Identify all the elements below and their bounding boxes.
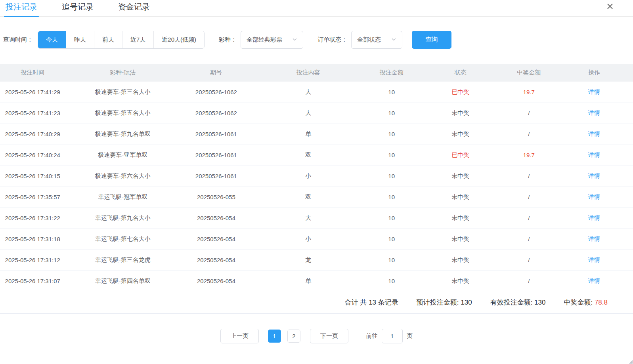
prize-cell: / [503, 229, 555, 250]
issue-cell: 20250526-054 [180, 250, 252, 271]
status-cell: 未中奖 [419, 229, 503, 250]
betting-records-table: 投注时间 彩种-玩法 期号 投注内容 投注金额 状态 中奖金额 操作 2025-… [0, 64, 633, 292]
detail-link[interactable]: 详情 [588, 277, 600, 284]
detail-link[interactable]: 详情 [588, 193, 600, 200]
prize-cell: / [503, 187, 555, 208]
detail-link[interactable]: 详情 [588, 172, 600, 179]
actions-cell: 详情 [555, 145, 633, 166]
summary-prize: 中奖金额: 78.8 [564, 298, 608, 307]
lottery-type-select[interactable]: 全部经典彩票 [241, 31, 303, 49]
header-actions: 操作 [555, 64, 633, 82]
detail-link[interactable]: 详情 [588, 235, 600, 242]
table-body: 2025-05-26 17:41:29极速赛车-第三名大小20250526-10… [0, 82, 633, 292]
actions-cell: 详情 [555, 82, 633, 103]
prev-page-button[interactable]: 上一页 [220, 329, 259, 343]
detail-link[interactable]: 详情 [588, 88, 600, 95]
table-row: 2025-05-26 17:31:07幸运飞艇-第四名单双20250526-05… [0, 271, 633, 292]
bet-amount-cell: 10 [365, 145, 419, 166]
table-row: 2025-05-26 17:31:12幸运飞艇-第三名龙虎20250526-05… [0, 250, 633, 271]
page-button-2[interactable]: 2 [287, 330, 300, 343]
bet-time-cell: 2025-05-26 17:31:18 [0, 229, 65, 250]
bet-amount-cell: 10 [365, 103, 419, 124]
game-play-cell: 极速赛车-第九名单双 [65, 124, 180, 145]
search-button[interactable]: 查询 [412, 31, 451, 49]
detail-link[interactable]: 详情 [588, 151, 600, 158]
header-game-play: 彩种-玩法 [65, 64, 180, 82]
bet-amount-cell: 10 [365, 229, 419, 250]
prize-cell: / [503, 124, 555, 145]
actions-cell: 详情 [555, 250, 633, 271]
prize-cell: / [503, 103, 555, 124]
bet-time-cell: 2025-05-26 17:40:15 [0, 166, 65, 187]
time-option-button[interactable]: 今天 [38, 31, 66, 48]
bet-content-cell: 单 [252, 124, 365, 145]
prize-cell: / [503, 271, 555, 292]
status-cell: 未中奖 [419, 166, 503, 187]
page-button-1[interactable]: 1 [268, 330, 281, 343]
bet-content-cell: 小 [252, 229, 365, 250]
table-row: 2025-05-26 17:40:15极速赛车-第六名大小20250526-10… [0, 166, 633, 187]
order-status-select[interactable]: 全部状态 [351, 31, 402, 49]
issue-cell: 20250526-1061 [180, 124, 252, 145]
bet-amount-cell: 10 [365, 187, 419, 208]
resize-grip-icon[interactable] [629, 360, 633, 364]
game-play-cell: 极速赛车-第三名大小 [65, 82, 180, 103]
game-play-cell: 极速赛车-第六名大小 [65, 166, 180, 187]
prize-cell: / [503, 166, 555, 187]
actions-cell: 详情 [555, 124, 633, 145]
pagination: 上一页 1 2 下一页 前往 页 [0, 328, 633, 343]
issue-cell: 20250526-1062 [180, 82, 252, 103]
bet-content-cell: 双 [252, 145, 365, 166]
game-play-cell: 幸运飞艇-第九名大小 [65, 208, 180, 229]
tab-fund-records[interactable]: 资金记录 [117, 0, 151, 17]
close-icon[interactable] [605, 2, 615, 11]
prize-cell: / [503, 250, 555, 271]
detail-link[interactable]: 详情 [588, 130, 600, 137]
goto-page-input[interactable] [382, 329, 403, 343]
actions-cell: 详情 [555, 229, 633, 250]
bet-content-cell: 小 [252, 166, 365, 187]
prize-cell: 19.7 [503, 82, 555, 103]
status-cell: 未中奖 [419, 208, 503, 229]
detail-link[interactable]: 详情 [588, 256, 600, 263]
issue-cell: 20250526-055 [180, 187, 252, 208]
bet-amount-cell: 10 [365, 250, 419, 271]
game-play-cell: 幸运飞艇-第三名龙虎 [65, 250, 180, 271]
time-option-button[interactable]: 昨天 [66, 31, 94, 48]
goto-label: 前往 [366, 332, 378, 340]
bet-amount-cell: 10 [365, 208, 419, 229]
issue-cell: 20250526-054 [180, 208, 252, 229]
bet-content-cell: 大 [252, 208, 365, 229]
bet-time-cell: 2025-05-26 17:40:24 [0, 145, 65, 166]
time-option-button[interactable]: 近7天 [122, 31, 153, 48]
next-page-button[interactable]: 下一页 [310, 329, 348, 343]
time-option-button[interactable]: 前天 [94, 31, 122, 48]
status-cell: 未中奖 [419, 271, 503, 292]
bet-time-cell: 2025-05-26 17:41:23 [0, 103, 65, 124]
bet-time-cell: 2025-05-26 17:41:29 [0, 82, 65, 103]
detail-link[interactable]: 详情 [588, 214, 600, 221]
query-time-label: 查询时间： [3, 36, 33, 44]
header-issue: 期号 [180, 64, 252, 82]
game-play-cell: 幸运飞艇-第四名单双 [65, 271, 180, 292]
bet-content-cell: 双 [252, 187, 365, 208]
status-cell: 未中奖 [419, 250, 503, 271]
status-cell: 已中奖 [419, 82, 503, 103]
lottery-type-value: 全部经典彩票 [247, 36, 282, 44]
bet-time-cell: 2025-05-26 17:31:07 [0, 271, 65, 292]
bet-amount-cell: 10 [365, 124, 419, 145]
order-status-label: 订单状态： [317, 36, 347, 44]
filter-bar: 查询时间： 今天昨天前天近7天近20天(低频) 彩种： 全部经典彩票 订单状态：… [0, 31, 633, 49]
bet-content-cell: 单 [252, 271, 365, 292]
time-option-button[interactable]: 近20天(低频) [153, 31, 204, 48]
detail-link[interactable]: 详情 [588, 109, 600, 116]
tab-betting-records[interactable]: 投注记录 [4, 0, 39, 17]
time-range-group: 今天昨天前天近7天近20天(低频) [38, 31, 205, 49]
tab-bar: 投注记录 追号记录 资金记录 [0, 0, 633, 17]
issue-cell: 20250526-054 [180, 271, 252, 292]
table-row: 2025-05-26 17:31:18幸运飞艇-第七名大小20250526-05… [0, 229, 633, 250]
tab-chase-records[interactable]: 追号记录 [60, 0, 95, 17]
prize-cell: 19.7 [503, 145, 555, 166]
header-bet-time: 投注时间 [0, 64, 65, 82]
header-bet-content: 投注内容 [252, 64, 365, 82]
